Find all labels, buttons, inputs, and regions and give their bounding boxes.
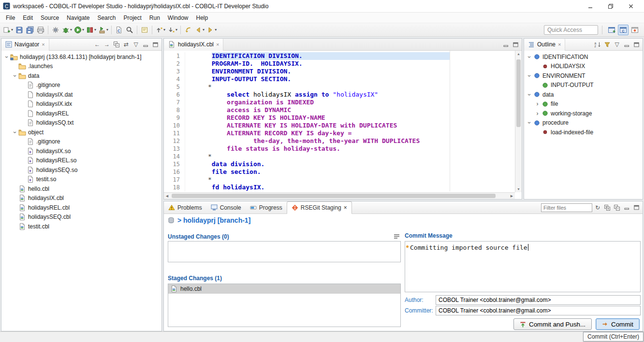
commit-message-input[interactable]: Committing imported source file xyxy=(405,241,641,292)
minimize-icon[interactable] xyxy=(501,41,510,49)
tab-holidaysix-cbl[interactable]: holidaysIX.cbl × xyxy=(164,39,223,51)
expand-all-icon[interactable] xyxy=(603,203,612,212)
code-line[interactable]: 4 INPUT-OUTPUT SECTION. xyxy=(164,75,515,83)
expander-icon[interactable]: › xyxy=(526,91,533,98)
quick-access-box[interactable]: Quick Access xyxy=(544,25,598,35)
menu-project[interactable]: Project xyxy=(119,13,145,23)
tree-item[interactable]: .gitignore xyxy=(1,81,161,90)
tree-item[interactable]: INPUT-OUTPUT xyxy=(524,81,643,90)
code-line[interactable]: 17 * xyxy=(164,176,515,184)
close-win-icon[interactable] xyxy=(621,0,641,12)
code-line[interactable]: 16 file section. xyxy=(164,168,515,176)
tree-item[interactable]: load-indexed-file xyxy=(524,128,643,137)
expander-icon[interactable]: › xyxy=(534,100,541,107)
toggle-annotations-button[interactable] xyxy=(139,24,150,36)
commit-button[interactable]: Commit xyxy=(596,318,640,330)
close-icon[interactable]: × xyxy=(42,42,44,47)
expander-icon[interactable]: › xyxy=(534,110,541,117)
external-tools-button[interactable]: ▾ xyxy=(97,24,109,36)
menu-source[interactable]: Source xyxy=(37,13,63,23)
filter-icon[interactable] xyxy=(603,41,612,49)
code-line[interactable]: 3 ENVIRONMENT DIVISION. xyxy=(164,68,515,75)
debug-button[interactable]: ▾ xyxy=(61,24,73,36)
tree-item[interactable]: ›object xyxy=(1,128,161,137)
git-perspective-button[interactable] xyxy=(629,25,640,35)
forward-history-icon[interactable]: → xyxy=(102,41,111,49)
expander-icon[interactable]: › xyxy=(12,72,18,79)
tree-item[interactable]: .gitignore xyxy=(1,137,161,147)
last-edit-location-button[interactable] xyxy=(183,24,193,36)
refresh-icon[interactable]: ↻ xyxy=(593,203,602,212)
tab-navigator[interactable]: Navigator × xyxy=(1,39,49,51)
scroll-right-icon[interactable]: ▶ xyxy=(509,193,515,199)
menu-edit[interactable]: Edit xyxy=(19,13,37,23)
tree-item[interactable]: ›ENVIRONMENT xyxy=(524,71,643,81)
search-button[interactable] xyxy=(124,24,135,36)
tree-item[interactable]: ›data xyxy=(524,90,643,100)
tree-item[interactable]: holidaysSEQ.so xyxy=(1,165,161,175)
tab-outline[interactable]: Outline × xyxy=(524,39,565,51)
code-line[interactable]: 18 fd holidaysIX. xyxy=(164,184,515,191)
scroll-left-icon[interactable]: ◀ xyxy=(164,193,170,199)
menu-search[interactable]: Search xyxy=(93,13,119,23)
tree-item[interactable]: testit.cbl xyxy=(1,222,161,231)
tree-item[interactable]: holidaysREL.cbl xyxy=(1,203,161,213)
code-line[interactable]: 12 the-day, the-month, the-year WITH DUP… xyxy=(164,137,515,145)
code-line[interactable]: 1 IDENTIFICATION DIVISION. xyxy=(164,52,515,60)
minimize-icon[interactable] xyxy=(622,41,631,49)
maximize-icon[interactable] xyxy=(632,203,641,212)
scrollbar-thumb[interactable] xyxy=(172,194,496,198)
committer-field[interactable] xyxy=(436,306,641,315)
tree-item[interactable]: ›procedure xyxy=(524,118,643,128)
tree-item[interactable]: holidaysREL xyxy=(1,109,161,118)
code-line[interactable]: 9 RECORD KEY IS HOLIDAY-NAME xyxy=(164,114,515,122)
close-icon[interactable]: × xyxy=(216,42,219,47)
unstaged-changes-list[interactable] xyxy=(168,241,401,262)
view-menu-icon[interactable]: ▽ xyxy=(132,41,140,49)
horizontal-scrollbar[interactable]: ◀ ▶ xyxy=(164,192,515,199)
expander-icon[interactable]: › xyxy=(526,54,533,60)
tree-item[interactable]: ›IDENTIFICATION xyxy=(524,52,643,62)
tree-item[interactable]: holidaysIX.so xyxy=(1,146,161,156)
tree-item[interactable]: holidaysIX.cbl xyxy=(1,194,161,203)
expander-icon[interactable]: › xyxy=(3,54,10,60)
save-button[interactable] xyxy=(14,24,25,36)
maximize-icon[interactable] xyxy=(511,41,520,49)
minimize-icon[interactable] xyxy=(622,203,631,212)
staged-file[interactable]: hello.cbl xyxy=(168,284,400,294)
expander-icon[interactable]: › xyxy=(12,129,18,135)
menu-window[interactable]: Window xyxy=(164,13,192,23)
maximize-icon[interactable] xyxy=(151,41,160,49)
new-cobol-program-button[interactable]: C xyxy=(114,24,124,36)
author-field[interactable] xyxy=(436,295,641,305)
close-icon[interactable]: × xyxy=(344,204,347,211)
tree-item[interactable]: holidaysIX.dat xyxy=(1,90,161,100)
print-button[interactable] xyxy=(35,24,46,36)
tree-item[interactable]: .launches xyxy=(1,62,161,71)
menu-file[interactable]: File xyxy=(2,13,19,23)
list-menu-icon[interactable] xyxy=(392,232,401,241)
scrollbar-thumb[interactable] xyxy=(516,59,521,127)
maximize-icon[interactable] xyxy=(632,41,641,49)
minimize-icon[interactable] xyxy=(141,41,150,49)
code-editor[interactable]: 1 IDENTIFICATION DIVISION.2 PROGRAM-ID. … xyxy=(164,51,515,192)
back-button[interactable]: ▾ xyxy=(193,24,205,36)
tree-item[interactable]: ›file xyxy=(524,100,643,109)
sort-icon[interactable]: az xyxy=(593,41,602,49)
tree-item[interactable]: HOLIDAYSIX xyxy=(524,62,643,71)
vertical-scrollbar[interactable]: ▲ ▼ xyxy=(515,51,522,192)
code-line[interactable]: 10 ALTERNATE KEY IS HOLIDAY-DATE with DU… xyxy=(164,122,515,129)
restore-win-icon[interactable] xyxy=(600,0,621,12)
code-line[interactable]: 11 ALTERNATE RECORD KEY IS day-key = xyxy=(164,129,515,137)
tree-item[interactable]: ›data xyxy=(1,71,161,81)
tab-rsegit-staging[interactable]: RSEGit Staging× xyxy=(287,201,352,214)
cobol-build-button[interactable] xyxy=(50,24,61,36)
tree-item[interactable]: hello.cbl xyxy=(1,184,161,194)
view-menu-icon[interactable]: ▽ xyxy=(613,41,621,49)
expander-icon[interactable]: › xyxy=(526,120,533,126)
link-with-editor-icon[interactable]: ⇄ xyxy=(122,41,131,49)
tab-problems[interactable]: Problems xyxy=(164,201,206,214)
close-icon[interactable]: × xyxy=(558,42,561,47)
commit-and-push-button[interactable]: Commit and Push... xyxy=(513,318,592,330)
next-annotation-button[interactable]: ▾ xyxy=(166,24,178,36)
